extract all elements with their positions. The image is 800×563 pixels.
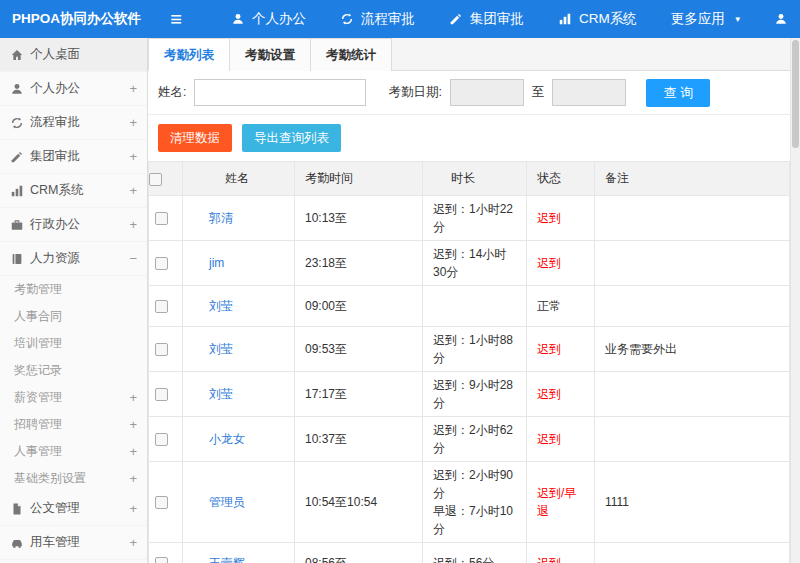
app-title: PHPOA协同办公软件	[0, 10, 148, 28]
sidebar-subitem-training-management[interactable]: 培训管理	[0, 330, 147, 357]
topnav-item-personal-office[interactable]: 个人办公	[214, 0, 323, 38]
expand-plus-icon[interactable]: +	[129, 149, 137, 164]
employee-name-link[interactable]: jim	[209, 256, 224, 270]
sidebar-item-vehicle-management[interactable]: 用车管理+	[0, 526, 147, 560]
sidebar-subitem-reward-punishment[interactable]: 奖惩记录	[0, 357, 147, 384]
tab-attendance-settings[interactable]: 考勤设置	[229, 38, 311, 71]
employee-name-link[interactable]: 郭清	[209, 211, 233, 225]
collapse-minus-icon[interactable]: −	[129, 251, 137, 266]
sidebar-item-document-management[interactable]: 公文管理+	[0, 492, 147, 526]
date-start-input[interactable]	[450, 79, 524, 106]
name-filter-input[interactable]	[194, 79, 366, 106]
expand-plus-icon[interactable]: +	[129, 115, 137, 130]
user-icon[interactable]	[762, 12, 800, 26]
employee-name-link[interactable]: 小龙女	[209, 432, 245, 446]
name-cell: 刘莹	[183, 286, 295, 327]
clear-data-button[interactable]: 清理数据	[158, 124, 232, 152]
row-checkbox[interactable]	[155, 257, 168, 270]
sidebar-item-label: 用车管理	[30, 534, 80, 551]
chevron-down-icon: ▼	[734, 15, 742, 24]
sidebar-item-human-resources[interactable]: 人力资源−	[0, 242, 147, 276]
scrollbar-thumb[interactable]	[792, 40, 799, 148]
tab-attendance-list[interactable]: 考勤列表	[148, 38, 230, 71]
topnav-item-group-approval[interactable]: 集团审批	[432, 0, 541, 38]
sidebar-item-label: 集团审批	[30, 148, 80, 165]
row-checkbox[interactable]	[155, 433, 168, 446]
expand-plus-icon[interactable]: +	[129, 471, 137, 486]
attendance-time-cell: 10:37至	[295, 417, 423, 462]
expand-plus-icon[interactable]: +	[129, 444, 137, 459]
table-header-row: 姓名考勤时间时长状态备注	[149, 162, 790, 196]
expand-plus-icon[interactable]: +	[129, 81, 137, 96]
remark-cell	[595, 417, 790, 462]
sidebar-item-personal-office[interactable]: 个人办公+	[0, 72, 147, 106]
sidebar-item-label: 培训管理	[14, 335, 62, 352]
sidebar-item-workflow-approval[interactable]: 流程审批+	[0, 106, 147, 140]
date-to-label: 至	[532, 84, 545, 101]
select-all-checkbox[interactable]	[149, 173, 162, 186]
table-container: 姓名考勤时间时长状态备注 郭清10:13至迟到：1小时22分迟到jim23:18…	[148, 161, 790, 563]
attendance-time-cell: 10:13至	[295, 196, 423, 241]
name-cell: 郭清	[183, 196, 295, 241]
name-cell: 刘莹	[183, 372, 295, 417]
sidebar-item-crm-system[interactable]: CRM系统+	[0, 174, 147, 208]
sidebar-item-label: 流程审批	[30, 114, 80, 131]
expand-plus-icon[interactable]: +	[129, 217, 137, 232]
row-checkbox[interactable]	[155, 557, 168, 563]
sidebar-subitem-base-category-settings[interactable]: 基础类别设置+	[0, 465, 147, 492]
expand-plus-icon[interactable]: +	[129, 501, 137, 516]
table-row: 王壹辉08:56至迟到：56分迟到	[149, 543, 790, 563]
attendance-table: 姓名考勤时间时长状态备注 郭清10:13至迟到：1小时22分迟到jim23:18…	[148, 161, 790, 563]
edit-icon	[449, 12, 463, 26]
employee-name-link[interactable]: 刘莹	[209, 299, 233, 313]
topnav-item-crm-system[interactable]: CRM系统	[541, 0, 654, 38]
employee-name-link[interactable]: 管理员	[209, 495, 245, 509]
sidebar-item-label: 人事合同	[14, 308, 62, 325]
table-row: 刘莹09:53至迟到：1小时88分迟到业务需要外出	[149, 327, 790, 372]
row-checkbox[interactable]	[155, 388, 168, 401]
sidebar-subitem-personnel-management[interactable]: 人事管理+	[0, 438, 147, 465]
status-cell: 迟到/早退	[527, 462, 595, 543]
sidebar-item-label: 人事管理	[14, 443, 62, 460]
row-checkbox[interactable]	[155, 496, 168, 509]
topnav-item-more-apps[interactable]: 更多应用▼	[654, 0, 759, 38]
attendance-time-cell: 09:53至	[295, 327, 423, 372]
employee-name-link[interactable]: 刘莹	[209, 342, 233, 356]
sidebar-item-admin-office[interactable]: 行政办公+	[0, 208, 147, 242]
search-button[interactable]: 查 询	[646, 79, 710, 107]
sidebar-item-label: CRM系统	[30, 182, 83, 199]
sidebar-subitem-recruitment-management[interactable]: 招聘管理+	[0, 411, 147, 438]
sidebar-subitem-salary-management[interactable]: 薪资管理+	[0, 384, 147, 411]
doc-icon	[10, 502, 30, 516]
attendance-time-cell: 17:17至	[295, 372, 423, 417]
status-cell: 迟到	[527, 241, 595, 286]
briefcase-icon	[10, 218, 30, 232]
expand-plus-icon[interactable]: +	[129, 183, 137, 198]
sidebar-subitem-attendance-management[interactable]: 考勤管理	[0, 276, 147, 303]
topnav-item-workflow-approval[interactable]: 流程审批	[323, 0, 432, 38]
status-cell: 迟到	[527, 543, 595, 563]
duration-cell: 迟到：2小时90分 早退：7小时10分	[423, 462, 527, 543]
remark-cell: 业务需要外出	[595, 327, 790, 372]
sidebar-subitem-personnel-contract[interactable]: 人事合同	[0, 303, 147, 330]
attendance-time-cell: 09:00至	[295, 286, 423, 327]
duration-cell: 迟到：14小时30分	[423, 241, 527, 286]
employee-name-link[interactable]: 刘莹	[209, 387, 233, 401]
expand-plus-icon[interactable]: +	[129, 535, 137, 550]
hamburger-menu-icon[interactable]: ≡	[148, 0, 204, 38]
export-list-button[interactable]: 导出查询列表	[242, 124, 341, 152]
date-end-input[interactable]	[552, 79, 626, 106]
sidebar-item-personal-desktop[interactable]: 个人桌面	[0, 38, 147, 72]
expand-plus-icon[interactable]: +	[129, 417, 137, 432]
row-checkbox[interactable]	[155, 212, 168, 225]
sidebar-item-label: 行政办公	[30, 216, 80, 233]
tab-attendance-stats[interactable]: 考勤统计	[310, 38, 392, 71]
employee-name-link[interactable]: 王壹辉	[209, 556, 245, 563]
vertical-scrollbar[interactable]	[790, 38, 800, 563]
sidebar-item-group-approval[interactable]: 集团审批+	[0, 140, 147, 174]
column-header-h-name: 姓名	[183, 162, 295, 196]
sidebar-item-label: 薪资管理	[14, 389, 62, 406]
expand-plus-icon[interactable]: +	[129, 390, 137, 405]
row-checkbox[interactable]	[155, 343, 168, 356]
row-checkbox[interactable]	[155, 300, 168, 313]
